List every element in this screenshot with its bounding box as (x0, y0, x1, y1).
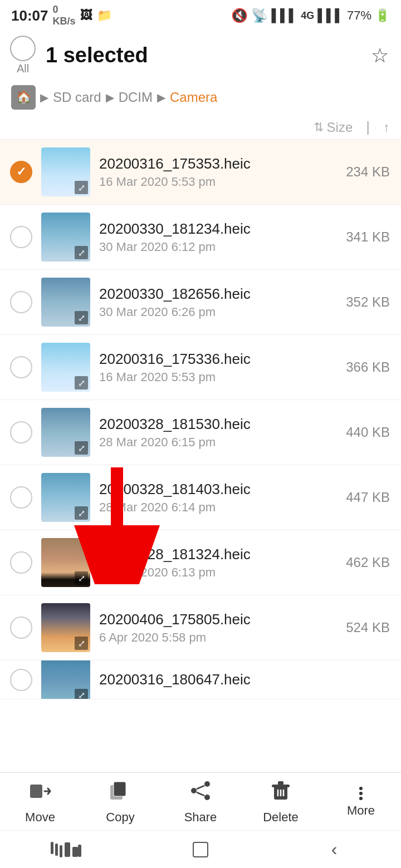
file-name: 20200316_175353.heic (99, 155, 337, 172)
copy-button[interactable]: Copy (90, 780, 151, 825)
sort-bar: ⇅ Size | ↑ (0, 115, 401, 140)
file-size: 447 KB (346, 490, 390, 505)
list-item[interactable]: ⤢20200316_175336.heic16 Mar 2020 5:53 pm… (0, 335, 401, 400)
cast-icon: 📡 (251, 8, 268, 23)
file-info: 20200406_175805.heic6 Apr 2020 5:58 pm (99, 611, 337, 645)
svg-rect-13 (278, 781, 283, 785)
status-icons: 🔇 📡 ▌▌▌ 4G ▌▌▌ 77% 🔋 (231, 8, 390, 23)
breadcrumb-sdcard[interactable]: SD card (53, 90, 101, 105)
file-name: 20200316_175336.heic (99, 351, 337, 368)
share-label: Share (184, 810, 217, 825)
svg-rect-19 (78, 845, 81, 857)
svg-line-10 (197, 792, 204, 796)
file-size: 341 KB (346, 229, 390, 245)
file-thumbnail: ⤢ (41, 473, 90, 522)
svg-line-9 (197, 786, 204, 789)
battery-icon: 🔋 (375, 8, 390, 23)
expand-icon: ⤢ (75, 637, 88, 650)
file-info: 20200316_175336.heic16 Mar 2020 5:53 pm (99, 351, 337, 384)
move-label: Move (25, 810, 55, 825)
kb-indicator: 0KB/s (53, 4, 76, 27)
list-item[interactable]: ⤢20200316_180647.heic (0, 660, 401, 699)
select-all-circle[interactable] (10, 36, 36, 61)
file-info: 20200328_181403.heic28 Mar 2020 6:14 pm (99, 481, 337, 515)
all-label: All (17, 62, 29, 75)
expand-icon: ⤢ (75, 311, 88, 324)
svg-rect-17 (65, 842, 70, 857)
expand-icon: ⤢ (75, 181, 88, 194)
file-name: 20200406_175805.heic (99, 611, 337, 628)
file-date: 28 Mar 2020 6:13 pm (99, 565, 337, 580)
home-icon[interactable]: 🏠 (11, 85, 36, 110)
nav-home-button[interactable] (178, 836, 223, 864)
list-item[interactable]: ⤢20200328_181324.heic28 Mar 2020 6:13 pm… (0, 530, 401, 595)
file-thumbnail: ⤢ (41, 147, 90, 196)
file-checkbox[interactable] (10, 669, 32, 691)
breadcrumb-arrow-3: ▶ (157, 91, 165, 104)
lte-icon: 4G (301, 10, 314, 22)
delete-label: Delete (263, 810, 299, 825)
move-icon (29, 780, 51, 807)
file-checkbox[interactable] (10, 421, 32, 443)
file-name: 20200328_181403.heic (99, 481, 337, 498)
file-thumbnail: ⤢ (41, 603, 90, 652)
copy-label: Copy (106, 810, 134, 825)
file-info: 20200328_181324.heic28 Mar 2020 6:13 pm (99, 546, 337, 580)
svg-rect-18 (72, 847, 78, 857)
expand-icon: ⤢ (75, 506, 88, 520)
file-thumbnail: ⤢ (41, 278, 90, 327)
list-item[interactable]: ⤢20200328_181403.heic28 Mar 2020 6:14 pm… (0, 465, 401, 530)
sort-direction-icon[interactable]: ↑ (383, 120, 390, 135)
file-checkbox[interactable] (10, 486, 32, 509)
file-thumbnail: ⤢ (41, 538, 90, 587)
file-checkbox[interactable] (10, 617, 32, 639)
breadcrumb-arrow-1: ▶ (40, 91, 48, 104)
list-item[interactable]: ⤢20200330_182656.heic30 Mar 2020 6:26 pm… (0, 270, 401, 335)
file-thumbnail: ⤢ (41, 343, 90, 392)
file-checkbox[interactable] (10, 356, 32, 378)
file-date: 16 Mar 2020 5:53 pm (99, 370, 337, 384)
file-date: 16 Mar 2020 5:53 pm (99, 175, 337, 189)
file-date: 28 Mar 2020 6:15 pm (99, 435, 337, 450)
file-info: 20200316_175353.heic16 Mar 2020 5:53 pm (99, 155, 337, 189)
file-name: 20200328_181324.heic (99, 546, 337, 563)
file-size: 352 KB (346, 294, 390, 310)
file-checkbox[interactable] (10, 161, 32, 183)
file-size: 524 KB (346, 620, 390, 635)
header: All 1 selected ☆ (0, 29, 401, 81)
list-item[interactable]: ⤢20200406_175805.heic6 Apr 2020 5:58 pm5… (0, 595, 401, 660)
status-time: 10:07 0KB/s 🖼 📁 (11, 4, 112, 27)
list-item[interactable]: ⤢20200316_175353.heic16 Mar 2020 5:53 pm… (0, 140, 401, 205)
breadcrumb-arrow-2: ▶ (106, 91, 114, 104)
file-date: 30 Mar 2020 6:12 pm (99, 240, 337, 254)
nav-recents-button[interactable] (45, 836, 89, 864)
delete-button[interactable]: Delete (250, 780, 311, 825)
more-button[interactable]: More (330, 787, 392, 818)
share-button[interactable]: Share (170, 780, 231, 825)
svg-rect-5 (114, 782, 126, 796)
signal2-icon: ▌▌▌ (317, 8, 344, 23)
mute-icon: 🔇 (231, 8, 248, 23)
more-icon (359, 787, 363, 800)
status-bar: 10:07 0KB/s 🖼 📁 🔇 📡 ▌▌▌ 4G ▌▌▌ 77% 🔋 (0, 0, 401, 29)
more-label: More (347, 803, 375, 818)
nav-bar: ‹ (0, 830, 401, 868)
file-size: 366 KB (346, 359, 390, 375)
time-label: 10:07 (11, 7, 48, 24)
expand-icon: ⤢ (75, 376, 88, 389)
file-checkbox[interactable] (10, 551, 32, 574)
file-checkbox[interactable] (10, 226, 32, 248)
file-info: 20200316_180647.heic (99, 671, 390, 688)
list-item[interactable]: ⤢20200330_181234.heic30 Mar 2020 6:12 pm… (0, 205, 401, 270)
sort-size-label[interactable]: ⇅ Size (314, 120, 353, 135)
nav-back-button[interactable]: ‹ (312, 836, 356, 864)
star-button[interactable]: ☆ (371, 44, 389, 67)
move-button[interactable]: Move (9, 780, 71, 825)
file-list: ⤢20200316_175353.heic16 Mar 2020 5:53 pm… (0, 140, 401, 699)
breadcrumb-camera[interactable]: Camera (170, 90, 217, 105)
file-date: 28 Mar 2020 6:14 pm (99, 500, 337, 515)
breadcrumb-dcim[interactable]: DCIM (119, 90, 153, 105)
recents-icon (62, 839, 84, 860)
list-item[interactable]: ⤢20200328_181530.heic28 Mar 2020 6:15 pm… (0, 400, 401, 465)
file-checkbox[interactable] (10, 291, 32, 313)
